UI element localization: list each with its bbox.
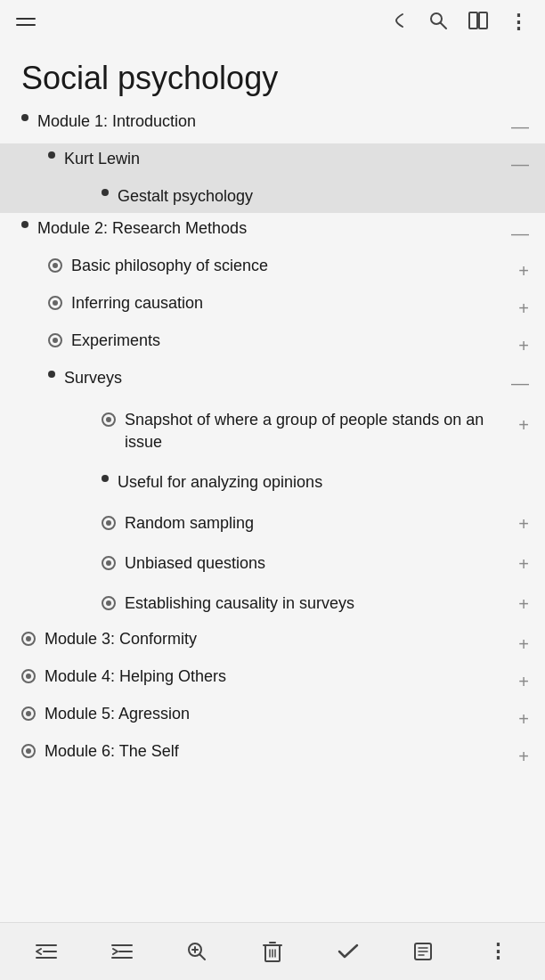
outline-row: Kurt Lewin —	[0, 143, 545, 181]
row-content: Module 4: Helping Others	[21, 666, 509, 688]
expand-button[interactable]: +	[509, 296, 529, 321]
row-content: Kurt Lewin	[48, 148, 502, 170]
row-text: Surveys	[64, 367, 502, 389]
main-content: Social psychology Module 1: Introduction…	[0, 44, 545, 862]
page-title: Social psychology	[0, 44, 545, 106]
expand-button[interactable]: +	[509, 408, 545, 437]
row-content: Gestalt psychology	[0, 185, 520, 208]
bullet-marker	[102, 189, 109, 196]
row-text: Establishing causality in surveys	[125, 592, 509, 615]
expand-button[interactable]: +	[509, 744, 529, 769]
row-content: Establishing causality in surveys	[0, 588, 509, 619]
menu-icon[interactable]	[16, 18, 36, 26]
row-text: Experiments	[71, 330, 509, 352]
zoom-in-button[interactable]	[179, 934, 215, 969]
bullet-marker	[102, 475, 109, 482]
outline-row: Surveys —	[0, 363, 545, 400]
row-content: Experiments	[48, 330, 509, 352]
note-button[interactable]	[405, 934, 441, 969]
row-content: Unbiased questions	[0, 548, 509, 579]
row-text: Module 5: Agression	[45, 703, 509, 725]
row-content: Module 3: Conformity	[21, 628, 509, 650]
row-content: Module 5: Agression	[21, 703, 509, 725]
outline-row: Module 1: Introduction —	[0, 106, 545, 143]
collapse-button[interactable]: —	[502, 114, 529, 139]
check-button[interactable]	[330, 934, 366, 969]
row-text: Basic philosophy of science	[71, 255, 509, 277]
row-content: Inferring causation	[48, 292, 509, 314]
radio-marker	[102, 412, 116, 427]
outline-row: Unbiased questions +	[0, 543, 545, 584]
radio-marker	[21, 744, 36, 758]
expand-button[interactable]: +	[509, 632, 529, 657]
outline-row: Establishing causality in surveys +	[0, 584, 545, 624]
bullet-marker	[48, 371, 55, 378]
outline-row: Module 2: Research Methods —	[0, 213, 545, 250]
expand-button[interactable]: +	[509, 333, 529, 358]
row-content: Module 2: Research Methods	[21, 217, 502, 240]
more-options-icon[interactable]: ⋮	[481, 934, 517, 969]
row-text: Module 4: Helping Others	[45, 666, 509, 688]
bullet-marker	[21, 221, 28, 228]
row-text: Module 1: Introduction	[37, 110, 502, 133]
radio-marker	[21, 669, 36, 683]
row-content: Basic philosophy of science	[48, 255, 509, 277]
toolbar-right: ⋮	[389, 11, 529, 33]
row-text: Module 3: Conformity	[45, 628, 509, 650]
row-content: Random sampling	[0, 508, 509, 539]
row-text: Inferring causation	[71, 292, 509, 314]
row-text: Random sampling	[125, 512, 509, 535]
row-text: Unbiased questions	[125, 552, 509, 575]
radio-marker	[21, 632, 36, 646]
outline-row: Module 6: The Self +	[0, 736, 545, 773]
expand-button[interactable]: +	[509, 258, 529, 283]
radio-marker	[102, 556, 116, 570]
row-text: Module 6: The Self	[45, 740, 509, 763]
collapse-button[interactable]: —	[502, 221, 529, 246]
outline-row: Experiments +	[0, 325, 545, 363]
book-icon[interactable]	[468, 11, 489, 33]
expand-button[interactable]: +	[509, 706, 529, 731]
expand-button[interactable]: +	[509, 669, 529, 694]
radio-marker	[102, 596, 116, 610]
radio-marker	[21, 706, 36, 721]
row-content: Surveys	[48, 367, 502, 389]
outline-row: Snapshot of where a group of people stan…	[0, 400, 545, 462]
outline-row: Random sampling +	[0, 503, 545, 543]
outline-row: Gestalt psychology	[0, 181, 545, 213]
indent-button[interactable]	[104, 934, 140, 969]
row-text: Snapshot of where a group of people stan…	[125, 409, 509, 453]
svg-rect-2	[469, 12, 477, 29]
radio-marker	[48, 296, 62, 310]
row-text: Gestalt psychology	[118, 185, 520, 208]
svg-line-1	[441, 23, 447, 29]
top-toolbar: ⋮	[0, 0, 545, 44]
svg-rect-3	[479, 12, 487, 29]
more-icon[interactable]: ⋮	[508, 12, 529, 32]
radio-marker	[48, 333, 62, 347]
svg-line-11	[200, 955, 206, 960]
outline-row: Module 5: Agression +	[0, 698, 545, 736]
row-content: Useful for analyzing opinions	[0, 467, 520, 498]
outdent-button[interactable]	[28, 934, 64, 969]
expand-button[interactable]: +	[509, 511, 545, 536]
bullet-marker	[48, 151, 55, 159]
back-icon[interactable]	[389, 11, 409, 33]
row-text: Useful for analyzing opinions	[118, 471, 520, 494]
row-content: Module 1: Introduction	[21, 110, 502, 133]
outline-row: Inferring causation +	[0, 288, 545, 325]
expand-button[interactable]: +	[509, 592, 545, 617]
row-content: Snapshot of where a group of people stan…	[0, 404, 509, 458]
outline-row: Module 3: Conformity +	[0, 624, 545, 661]
toolbar-left	[16, 18, 36, 26]
collapse-button[interactable]: —	[502, 151, 529, 176]
row-text[interactable]: Kurt Lewin	[64, 148, 502, 170]
outline-row: Useful for analyzing opinions	[0, 462, 545, 502]
search-icon[interactable]	[428, 11, 448, 33]
radio-marker	[102, 516, 116, 530]
collapse-button[interactable]: —	[502, 371, 529, 396]
expand-button[interactable]: +	[509, 551, 545, 576]
delete-button[interactable]	[255, 934, 290, 969]
outline-row: Basic philosophy of science +	[0, 250, 545, 288]
bottom-toolbar: ⋮	[0, 922, 545, 980]
